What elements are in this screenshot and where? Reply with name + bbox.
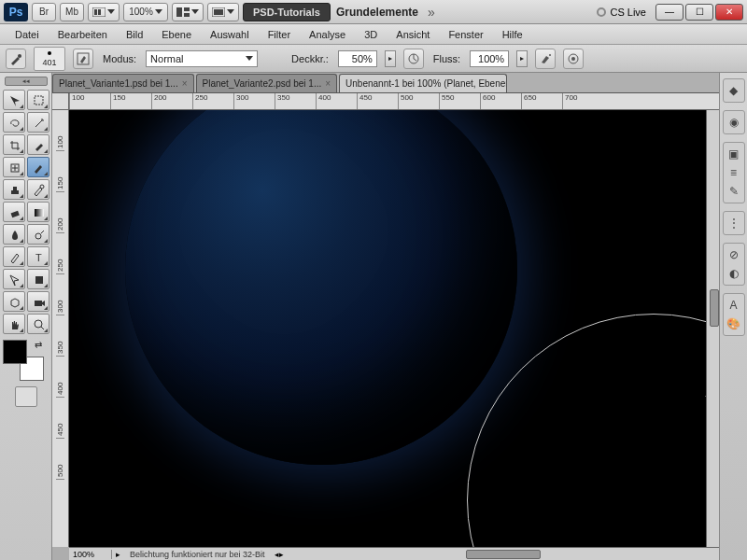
current-tool-brush-icon[interactable] [6, 49, 26, 69]
tool-selection[interactable] [27, 90, 49, 110]
window-maximize-button[interactable]: ☐ [685, 4, 713, 21]
document-tab-1[interactable]: Planet_Variante2.psd bei 1...× [196, 74, 338, 92]
tool-pen[interactable] [3, 246, 25, 267]
panel-group: ⋮ [723, 211, 745, 235]
menu-fenster[interactable]: Fenster [439, 29, 492, 40]
modus-label: Modus: [101, 53, 138, 64]
tool-blur[interactable] [3, 224, 25, 245]
menu-bar: Datei Bearbeiten Bild Ebene Auswahl Filt… [0, 24, 747, 45]
horizontal-ruler[interactable]: 100150200250300350400450500550600650700 [69, 93, 719, 110]
svg-point-19 [35, 233, 41, 239]
panel-transform-icon[interactable]: ▣ [726, 146, 742, 162]
panel-channels-icon[interactable]: ◉ [726, 114, 742, 131]
opacity-input[interactable]: 50% [338, 50, 377, 67]
menu-ebene[interactable]: Ebene [152, 29, 201, 40]
arrange-documents-button[interactable] [172, 3, 204, 21]
menu-analyse[interactable]: Analyse [300, 29, 355, 40]
bridge-button[interactable]: Br [32, 3, 56, 21]
status-zoom[interactable]: 100% [69, 550, 112, 559]
ruler-tick: 350 [56, 315, 64, 357]
menu-3d[interactable]: 3D [355, 29, 387, 40]
panel-layers-icon[interactable]: ◆ [726, 82, 742, 99]
status-arrow-icon[interactable]: ▸ [112, 550, 124, 559]
panel-eyedropper-panel-icon[interactable]: ◐ [726, 265, 742, 282]
ruler-tick: 350 [275, 93, 316, 110]
view-extras-button[interactable] [88, 3, 120, 21]
psd-tutorials-button[interactable]: PSD-Tutorials [243, 3, 331, 21]
tab-close-icon[interactable]: × [182, 78, 188, 89]
tool-move[interactable] [3, 90, 25, 110]
window-close-button[interactable]: ✕ [715, 4, 743, 21]
panel-brush-preset-icon[interactable]: ⋮ [726, 215, 742, 231]
menu-filter[interactable]: Filter [259, 29, 300, 40]
vertical-ruler[interactable]: 100150200250300350400450500 [52, 110, 69, 547]
opacity-arrow[interactable]: ▸ [385, 50, 396, 67]
tool-3d[interactable] [3, 291, 25, 312]
document-tab-2[interactable]: Unbenannt-1 bei 100% (Planet, Ebenenmask… [339, 74, 507, 92]
tool-zoom[interactable] [27, 314, 49, 334]
canvas[interactable]: + [69, 110, 719, 547]
brush-cursor-outline [467, 314, 719, 547]
tool-eyedrop[interactable] [27, 134, 49, 155]
blend-mode-select[interactable]: Normal [146, 50, 258, 67]
tool-lasso[interactable] [3, 112, 25, 133]
menu-ansicht[interactable]: Ansicht [387, 29, 439, 40]
opacity-pressure-icon[interactable] [403, 49, 424, 69]
window-minimize-button[interactable]: — [655, 4, 684, 21]
tool-brush[interactable] [27, 157, 49, 177]
airbrush-button[interactable] [535, 49, 556, 69]
color-swatches[interactable]: ⇄ [3, 340, 44, 381]
foreground-color-swatch[interactable] [3, 340, 27, 364]
vertical-scrollbar[interactable] [706, 110, 719, 547]
panel-arrange-icon[interactable]: ≡ [726, 164, 742, 181]
tablet-pressure-button[interactable] [563, 49, 584, 69]
flow-arrow[interactable]: ▸ [516, 50, 528, 67]
tool-history[interactable] [27, 179, 49, 200]
panel-group: ⊘◐ [723, 243, 745, 286]
tool-3dcam[interactable] [27, 291, 49, 312]
tool-hand[interactable] [3, 314, 25, 334]
tool-shape[interactable] [27, 269, 49, 289]
ruler-tick: 450 [357, 93, 398, 110]
tool-heal[interactable] [3, 157, 25, 177]
panel-character-icon[interactable]: A [726, 297, 742, 314]
tool-gradient[interactable] [27, 202, 49, 222]
tool-path[interactable] [3, 269, 25, 289]
workspace-label[interactable]: Grundelemente [334, 6, 420, 19]
dock-resize-handle[interactable] [710, 289, 719, 327]
horizontal-scrollbar[interactable] [288, 550, 719, 559]
minibridge-button[interactable]: Mb [60, 3, 84, 21]
zoom-level-dropdown[interactable]: 100% [123, 3, 168, 21]
status-arrows-icon[interactable]: ◂▸ [271, 550, 288, 559]
tool-type[interactable]: T [27, 246, 49, 267]
svg-rect-22 [35, 301, 42, 306]
screen-mode-button[interactable] [207, 3, 239, 21]
flow-input[interactable]: 100% [470, 50, 509, 67]
panel-prohibit-icon[interactable]: ⊘ [726, 246, 742, 263]
cs-live-button[interactable]: CS Live [597, 7, 652, 18]
workspace-more-icon[interactable]: » [424, 5, 439, 20]
ruler-origin[interactable] [52, 93, 69, 110]
tab-close-icon[interactable]: × [325, 78, 331, 89]
svg-rect-18 [35, 209, 44, 217]
brush-preset-picker[interactable]: 401 [34, 47, 65, 71]
menu-bild[interactable]: Bild [117, 29, 152, 40]
menu-hilfe[interactable]: Hilfe [493, 29, 532, 40]
quick-mask-button[interactable] [15, 386, 37, 407]
panel-brush-panel-icon[interactable]: ✎ [726, 183, 742, 200]
menu-bearbeiten[interactable]: Bearbeiten [49, 29, 117, 40]
ruler-tick: 450 [56, 398, 64, 439]
brush-panel-toggle[interactable] [73, 49, 93, 69]
tools-collapse-handle[interactable]: ◂◂ [5, 77, 48, 86]
tool-stamp[interactable] [3, 179, 25, 200]
ruler-tick: 650 [521, 93, 562, 110]
tool-crop[interactable] [3, 134, 25, 155]
tool-eraser[interactable] [3, 202, 25, 222]
menu-auswahl[interactable]: Auswahl [201, 29, 259, 40]
tool-dodge[interactable] [27, 224, 49, 245]
swap-colors-icon[interactable]: ⇄ [35, 340, 42, 350]
tool-wand[interactable] [27, 112, 49, 133]
panel-palette-icon[interactable]: 🎨 [726, 315, 742, 332]
menu-datei[interactable]: Datei [6, 29, 49, 40]
document-tab-0[interactable]: Planet_Variante1.psd bei 1...× [52, 74, 194, 92]
